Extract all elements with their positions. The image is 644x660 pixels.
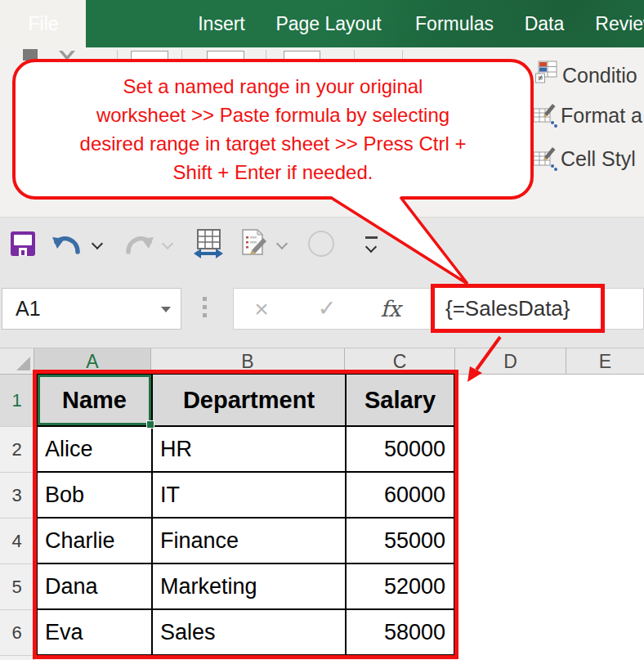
formula-highlight-box: {=SalesData} (431, 284, 605, 333)
cell-c2[interactable]: 50000 (347, 427, 454, 473)
tab-home[interactable]: Home (114, 0, 164, 47)
redo-dropdown-icon[interactable] (162, 238, 173, 249)
row-header-7-partial (0, 656, 34, 660)
conditional-formatting-button[interactable]: Conditio (562, 64, 637, 88)
cell-styles-button[interactable]: Cell Styl (561, 147, 636, 171)
callout-line: Shift + Enter if needed. (173, 158, 373, 186)
fill-handle[interactable] (146, 420, 154, 429)
format-as-table-icon (533, 101, 557, 128)
cell-a4[interactable]: Charlie (38, 519, 153, 564)
callout-line: worksheet >> Paste formula by selecting (96, 101, 449, 129)
cell-styles-icon (533, 145, 557, 171)
tab-insert[interactable]: Insert (198, 0, 245, 47)
save-icon[interactable] (11, 231, 35, 256)
cell-a3[interactable]: Bob (38, 473, 153, 519)
quick-access-toolbar (0, 217, 644, 278)
cell-c3[interactable]: 60000 (347, 473, 454, 519)
column-header-b[interactable]: B (151, 348, 345, 375)
spreadsheet-grid: A B C D E 1 2 3 4 5 6 Name Department Sa… (0, 348, 644, 660)
cell-c4[interactable]: 55000 (347, 519, 454, 564)
select-all-corner[interactable] (0, 348, 34, 375)
enter-icon[interactable]: ✓ (312, 288, 342, 330)
redo-icon[interactable] (123, 230, 155, 258)
touch-mode-icon[interactable] (308, 231, 334, 257)
row-header-6[interactable]: 6 (0, 610, 34, 656)
data-table: Name Department Salary Alice HR 50000 Bo… (36, 373, 455, 656)
row-header-4[interactable]: 4 (0, 519, 34, 564)
cell-b4[interactable]: Finance (153, 519, 347, 564)
callout-line: desired range in target sheet >> Press C… (80, 129, 467, 158)
cell-a6[interactable]: Eva (38, 610, 153, 654)
tab-data[interactable]: Data (525, 0, 565, 47)
column-header-d[interactable]: D (455, 348, 566, 375)
undo-dropdown-icon[interactable] (92, 238, 103, 249)
insert-function-icon[interactable]: fx (376, 288, 405, 330)
column-width-icon[interactable] (192, 228, 225, 259)
edit-document-dropdown-icon[interactable] (276, 238, 288, 249)
cell-b3[interactable]: IT (153, 473, 347, 519)
excel-window: File Home Insert Page Layout Formulas Da… (0, 0, 644, 660)
name-box[interactable]: A1 (2, 288, 181, 330)
column-header-e[interactable]: E (566, 348, 644, 375)
row-header-5[interactable]: 5 (0, 564, 34, 610)
column-header-a[interactable]: A (34, 348, 151, 375)
row-header-3[interactable]: 3 (0, 473, 34, 519)
tab-formulas[interactable]: Formulas (415, 0, 494, 47)
instruction-callout: Set a named range in your original works… (12, 59, 534, 200)
formula-bar-row: A1 × ✓ fx {=SalesData} (0, 278, 644, 348)
tab-page-layout[interactable]: Page Layout (275, 0, 381, 47)
callout-line: Set a named range in your original (123, 72, 423, 101)
name-box-dropdown-icon[interactable] (161, 307, 171, 312)
cell-b2[interactable]: HR (153, 427, 347, 473)
cancel-icon[interactable]: × (247, 288, 276, 330)
format-as-table-button[interactable]: Format a (561, 104, 642, 128)
cell-c1[interactable]: Salary (347, 375, 454, 427)
tab-review[interactable]: Review (595, 0, 644, 47)
undo-icon[interactable] (51, 230, 83, 258)
cell-b6[interactable]: Sales (153, 610, 347, 654)
cell-b5[interactable]: Marketing (153, 564, 347, 610)
name-box-value: A1 (16, 289, 41, 329)
conditional-formatting-icon: ≠ (534, 61, 558, 85)
column-header-c[interactable]: C (345, 348, 455, 375)
select-all-triangle-icon (16, 357, 30, 370)
cell-a1[interactable]: Name (38, 375, 153, 427)
edit-document-icon[interactable] (239, 228, 270, 259)
ribbon-tab-bar: File Home Insert Page Layout Formulas Da… (0, 0, 644, 47)
cell-a5[interactable]: Dana (38, 564, 153, 610)
row-header-1[interactable]: 1 (0, 375, 34, 427)
formula-value: {=SalesData} (445, 288, 570, 329)
tab-file[interactable]: File (28, 0, 58, 47)
cell-c5[interactable]: 52000 (347, 564, 454, 610)
row-header-2[interactable]: 2 (0, 427, 34, 473)
not-equal-glyph: ≠ (538, 73, 543, 83)
cell-a2[interactable]: Alice (38, 427, 153, 473)
cell-b1[interactable]: Department (153, 375, 347, 427)
cell-c6[interactable]: 58000 (347, 610, 454, 654)
